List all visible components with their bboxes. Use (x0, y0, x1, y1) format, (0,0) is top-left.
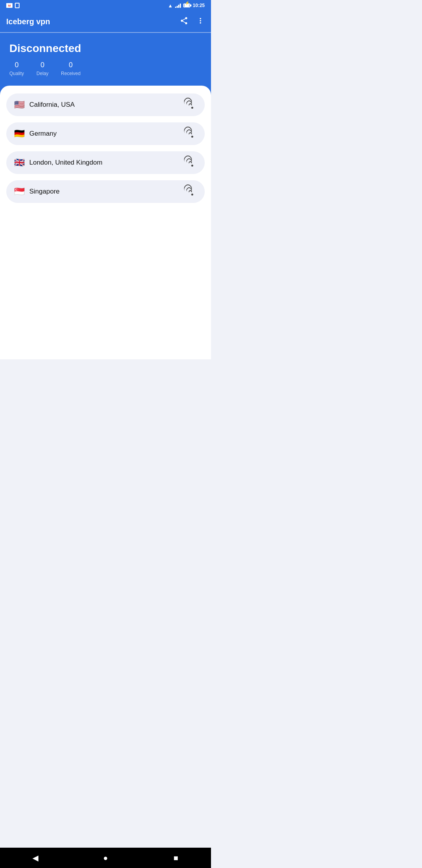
server-item-left-singapore: 🇸🇬 Singapore (14, 187, 60, 197)
app-bar: Iceberg vpn (0, 11, 211, 32)
battery-icon (183, 4, 190, 7)
more-options-button[interactable] (196, 16, 205, 27)
sim-icon (15, 3, 20, 8)
server-name-singapore: Singapore (29, 188, 60, 195)
server-item-germany[interactable]: 🇩🇪 Germany (6, 122, 205, 145)
flag-uk: 🇬🇧 (14, 158, 25, 168)
received-value: 0 (69, 61, 73, 69)
status-bar-left: M (6, 3, 20, 8)
server-name-germany: Germany (29, 130, 57, 138)
signal-bars (175, 3, 181, 8)
quality-value: 0 (15, 61, 19, 69)
server-name-california: California, USA (29, 101, 75, 109)
status-bar: M ▲ 10:25 (0, 0, 211, 11)
server-item-singapore[interactable]: 🇸🇬 Singapore (6, 180, 205, 203)
flag-germany: 🇩🇪 (14, 129, 25, 139)
stat-received: 0 Received (61, 61, 80, 76)
signal-icon-uk (188, 158, 197, 167)
time-display: 10:25 (193, 3, 205, 8)
server-item-left-california: 🇺🇸 California, USA (14, 100, 75, 110)
signal-icon-california (188, 100, 197, 109)
app-bar-divider (0, 32, 211, 33)
stats-row: 0 Quality 0 Delay 0 Received (9, 61, 202, 76)
server-item-left-germany: 🇩🇪 Germany (14, 129, 57, 139)
wifi-icon: ▲ (168, 3, 173, 9)
signal-icon-singapore (188, 187, 197, 196)
app-title: Iceberg vpn (6, 17, 50, 26)
received-label: Received (61, 71, 80, 76)
delay-label: Delay (36, 71, 48, 76)
stat-delay: 0 Delay (36, 61, 48, 76)
server-list-container: 🇺🇸 California, USA 🇩🇪 Germany 🇬🇧 London,… (0, 86, 211, 359)
share-button[interactable] (180, 16, 188, 27)
gmail-icon: M (6, 3, 13, 8)
status-bar-right: ▲ 10:25 (168, 3, 205, 9)
server-item-uk[interactable]: 🇬🇧 London, United Kingdom (6, 151, 205, 174)
flag-usa: 🇺🇸 (14, 100, 25, 110)
flag-singapore: 🇸🇬 (14, 187, 25, 197)
server-item-california[interactable]: 🇺🇸 California, USA (6, 93, 205, 116)
signal-icon-germany (188, 129, 197, 138)
stat-quality: 0 Quality (9, 61, 24, 76)
quality-label: Quality (9, 71, 24, 76)
connection-status: Disconnected (9, 42, 202, 55)
app-bar-actions (180, 16, 205, 27)
server-name-uk: London, United Kingdom (29, 159, 102, 167)
server-item-left-uk: 🇬🇧 London, United Kingdom (14, 158, 102, 168)
delay-value: 0 (41, 61, 45, 69)
